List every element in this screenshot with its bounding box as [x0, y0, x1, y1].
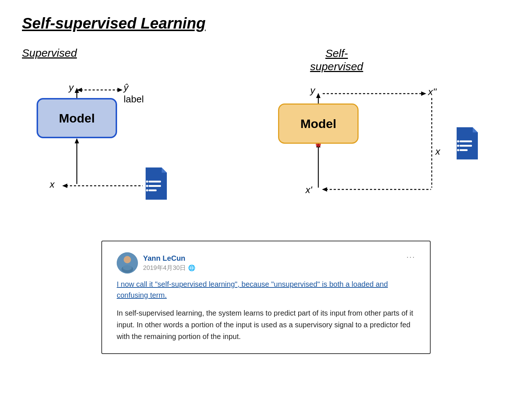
- svg-text:ŷ: ŷ: [123, 82, 129, 93]
- quote-author-info: Yann LeCun 2019年4月30日 🌐: [117, 252, 195, 274]
- svg-point-17: [146, 185, 148, 187]
- quote-body: In self-supervised learning, the system …: [117, 307, 415, 342]
- svg-point-38: [457, 149, 459, 151]
- self-supervised-model-box: Model: [278, 103, 359, 144]
- supervised-model-box: Model: [37, 98, 117, 138]
- svg-marker-4: [117, 88, 123, 92]
- svg-text:x'': x'': [427, 86, 437, 97]
- svg-point-37: [457, 145, 459, 147]
- svg-marker-12: [62, 184, 67, 188]
- self-supervised-section: Self- supervised y x'' x: [241, 47, 498, 215]
- more-options-button[interactable]: ···: [407, 252, 415, 262]
- avatar-inner: [117, 252, 138, 274]
- svg-point-36: [457, 140, 459, 143]
- quote-header: Yann LeCun 2019年4月30日 🌐 ···: [117, 252, 415, 274]
- svg-rect-34: [460, 145, 472, 147]
- svg-point-16: [146, 181, 148, 183]
- svg-marker-9: [75, 138, 79, 143]
- author-name: Yann LeCun: [143, 254, 195, 263]
- self-supervised-model-label: Model: [300, 117, 336, 131]
- svg-text:x': x': [305, 184, 312, 195]
- supervised-section: Supervised y ŷ label x: [22, 47, 205, 215]
- svg-rect-35: [460, 149, 468, 151]
- svg-rect-14: [149, 185, 161, 187]
- svg-marker-31: [322, 187, 327, 192]
- self-supervised-doc-icon: [454, 127, 481, 160]
- svg-point-42: [123, 265, 132, 270]
- avatar: [117, 252, 138, 274]
- supervised-model-label: Model: [59, 111, 95, 125]
- globe-icon: 🌐: [188, 264, 195, 271]
- svg-marker-23: [421, 91, 426, 96]
- diagram-area: Supervised y ŷ label x: [22, 47, 510, 222]
- svg-rect-15: [149, 189, 157, 191]
- quote-link[interactable]: I now call it "self-supervised learning"…: [117, 279, 415, 301]
- svg-point-40: [124, 256, 131, 263]
- svg-text:label: label: [124, 94, 144, 105]
- svg-text:y: y: [310, 85, 316, 96]
- author-date: 2019年4月30日 🌐: [143, 264, 195, 272]
- svg-text:y: y: [68, 82, 74, 93]
- svg-rect-13: [149, 181, 161, 182]
- svg-rect-33: [460, 140, 472, 142]
- svg-marker-20: [316, 93, 321, 98]
- page-title: Self-supervised Learning: [22, 15, 510, 32]
- svg-point-18: [146, 189, 148, 192]
- author-details: Yann LeCun 2019年4月30日 🌐: [143, 254, 195, 272]
- quote-box: Yann LeCun 2019年4月30日 🌐 ··· I now call i…: [101, 241, 431, 354]
- author-date-text: 2019年4月30日: [143, 264, 186, 272]
- supervised-doc-icon: [143, 167, 170, 200]
- svg-text:x: x: [49, 179, 55, 190]
- svg-text:x: x: [435, 146, 441, 157]
